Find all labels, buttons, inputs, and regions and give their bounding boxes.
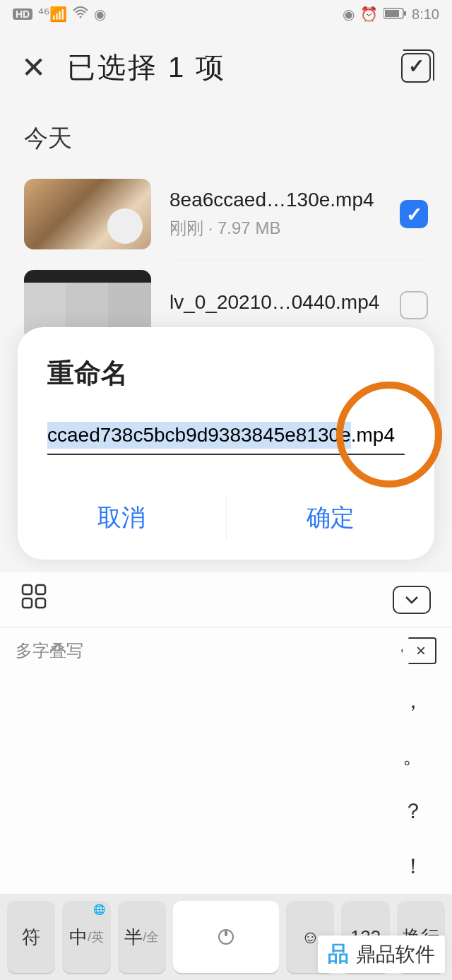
battery-icon: [383, 6, 406, 23]
file-checkbox[interactable]: [400, 200, 428, 228]
symbol-key[interactable]: 符: [7, 901, 55, 973]
file-row[interactable]: 8ea6ccaed…130e.mp4 刚刚 · 7.97 MB: [0, 169, 452, 259]
status-bar: HD ⁴⁶📶 ◉ ◉ ⏰ 8:10: [0, 0, 452, 28]
collapse-keyboard-icon[interactable]: [393, 586, 431, 614]
watermark: 品 鼎品软件: [318, 935, 445, 973]
watermark-text: 鼎品软件: [356, 941, 435, 968]
file-checkbox[interactable]: [400, 291, 428, 319]
space-key[interactable]: [173, 901, 279, 973]
rename-input[interactable]: ccaed738c5bcb9d9383845e8130e.mp4: [47, 420, 405, 455]
globe-icon: 🌐: [93, 904, 105, 915]
svg-point-0: [80, 16, 82, 18]
section-today: 今天: [0, 101, 452, 169]
cancel-button[interactable]: 取消: [18, 476, 226, 560]
close-icon[interactable]: ✕: [21, 53, 46, 83]
backspace-key[interactable]: [401, 637, 436, 664]
signal-icon: ⁴⁶📶: [38, 6, 67, 23]
svg-rect-7: [36, 598, 45, 608]
select-all-button[interactable]: [401, 53, 431, 83]
confirm-button[interactable]: 确定: [227, 476, 435, 560]
svg-rect-3: [404, 11, 406, 16]
punct-key[interactable]: ，: [403, 677, 424, 726]
width-key[interactable]: 半/全: [118, 901, 166, 973]
svg-rect-6: [23, 598, 32, 608]
nfc-icon: ◉: [94, 6, 106, 23]
video-thumbnail: [24, 179, 151, 249]
wifi-icon: [73, 6, 88, 23]
svg-rect-9: [225, 931, 227, 936]
handwriting-hint: 多字叠写: [16, 639, 83, 662]
punct-key[interactable]: ？: [403, 786, 424, 836]
watermark-icon: 品: [328, 940, 349, 969]
dialog-title: 重命名: [18, 355, 434, 420]
rename-dialog: 重命名 ccaed738c5bcb9d9383845e8130e.mp4 取消 …: [18, 327, 434, 560]
svg-rect-4: [23, 585, 32, 594]
svg-rect-2: [385, 10, 399, 17]
alarm-icon: ⏰: [360, 6, 378, 23]
svg-rect-5: [36, 585, 45, 594]
eye-icon: ◉: [343, 6, 355, 23]
keyboard: 多字叠写 ， 。 ？ ！ 符 🌐 中/英 半/全 ☺ 123 换行: [0, 572, 452, 980]
punct-key[interactable]: ！: [403, 842, 424, 891]
handwriting-area[interactable]: ， 。 ？ ！: [0, 674, 452, 894]
language-key[interactable]: 🌐 中/英: [62, 901, 110, 973]
keyboard-switch-icon[interactable]: [21, 584, 47, 615]
selection-header: ✕ 已选择 1 项: [0, 28, 452, 101]
file-name: 8ea6ccaed…130e.mp4: [170, 189, 381, 211]
hd-icon: HD: [13, 8, 32, 20]
clock-text: 8:10: [412, 6, 439, 23]
page-title: 已选择 1 项: [67, 48, 226, 87]
file-meta: 刚刚 · 7.97 MB: [170, 217, 381, 240]
file-name: lv_0_20210…0440.mp4: [170, 291, 381, 314]
punct-key[interactable]: 。: [403, 732, 424, 781]
